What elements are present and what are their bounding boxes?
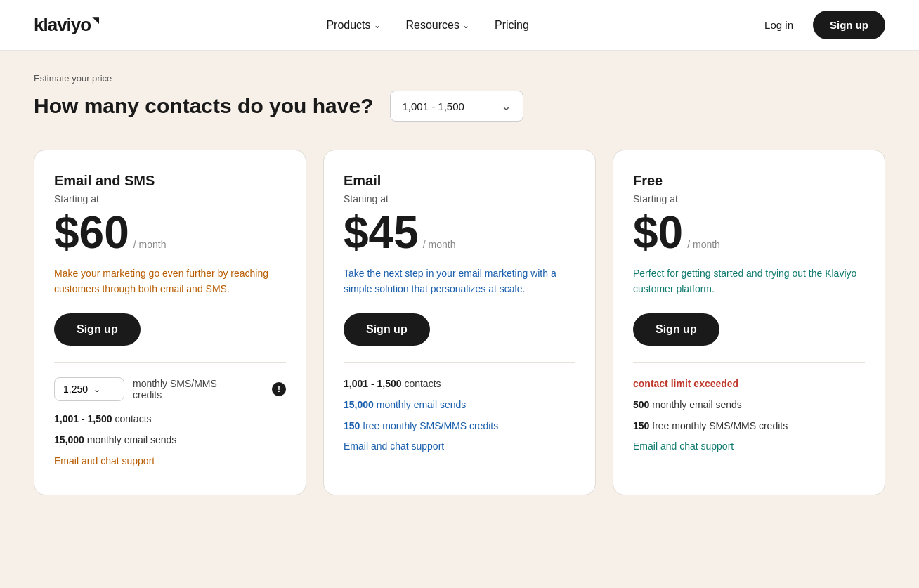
card-email-price-row: $45 / month — [344, 210, 575, 255]
card-email-divider — [344, 362, 575, 363]
card-free-description: Perfect for getting started and trying o… — [633, 266, 865, 296]
card-free-price-row: $0 / month — [633, 210, 865, 255]
card-free-signup-button[interactable]: Sign up — [633, 313, 719, 346]
card-free-starting-at: Starting at — [633, 193, 865, 204]
card-free-price: $0 — [633, 210, 683, 255]
contacts-row: How many contacts do you have? 1,001 - 1… — [34, 91, 885, 122]
nav-resources[interactable]: Resources ⌄ — [406, 19, 469, 32]
card-email-sms-price: $60 — [54, 210, 129, 255]
sms-info-icon[interactable]: ! — [272, 382, 286, 396]
feature-support[interactable]: Email and chat support — [54, 455, 286, 469]
pricing-cards-grid: Email and SMS Starting at $60 / month Ma… — [34, 150, 885, 495]
nav-actions: Log in Sign up — [756, 11, 885, 39]
card-email-price: $45 — [344, 210, 419, 255]
card-email-sms-per-month: / month — [133, 239, 167, 250]
card-email-description: Take the next step in your email marketi… — [344, 266, 575, 296]
sms-credits-value: 1,250 — [63, 384, 88, 395]
card-email-per-month: / month — [423, 239, 456, 250]
sms-credits-chevron-icon: ⌄ — [93, 384, 100, 394]
contacts-select-value: 1,001 - 1,500 — [402, 100, 464, 112]
main-content: Estimate your price How many contacts do… — [0, 51, 919, 588]
card-email-sms-starting-at: Starting at — [54, 193, 286, 204]
feature-contacts: 1,001 - 1,500 contacts — [54, 412, 286, 426]
feature-email-support[interactable]: Email and chat support — [344, 440, 575, 454]
card-email-sms: Email and SMS Starting at $60 / month Ma… — [34, 150, 306, 495]
products-chevron-icon: ⌄ — [374, 20, 381, 30]
feature-free-support[interactable]: Email and chat support — [633, 440, 865, 454]
feature-email-sends: 15,000 monthly email sends — [54, 433, 286, 447]
card-email-signup-button[interactable]: Sign up — [344, 313, 430, 346]
card-email: Email Starting at $45 / month Take the n… — [323, 150, 596, 495]
card-free-per-month: / month — [687, 239, 720, 250]
card-email-title: Email — [344, 173, 575, 189]
sms-label: monthly SMS/MMScredits — [133, 378, 263, 400]
resources-chevron-icon: ⌄ — [462, 20, 469, 30]
contacts-select[interactable]: 1,001 - 1,500 ⌄ — [390, 91, 523, 122]
card-email-sms-title: Email and SMS — [54, 173, 286, 189]
card-free: Free Starting at $0 / month Perfect for … — [613, 150, 885, 495]
sms-selector-row: 1,250 ⌄ monthly SMS/MMScredits ! — [54, 377, 286, 401]
signup-button-nav[interactable]: Sign up — [813, 11, 885, 39]
sms-credits-select[interactable]: 1,250 ⌄ — [54, 377, 124, 401]
nav-pricing[interactable]: Pricing — [495, 19, 529, 32]
feature-email-sms-credits: 150 free monthly SMS/MMS credits — [344, 419, 575, 433]
card-free-title: Free — [633, 173, 865, 189]
feature-free-sms-credits: 150 free monthly SMS/MMS credits — [633, 419, 865, 433]
card-email-sms-signup-button[interactable]: Sign up — [54, 313, 141, 346]
nav-products[interactable]: Products ⌄ — [326, 19, 380, 32]
card-email-sms-divider — [54, 362, 286, 363]
feature-email-sends: 15,000 monthly email sends — [344, 398, 575, 412]
contacts-question: How many contacts do you have? — [34, 94, 373, 118]
feature-contact-limit: contact limit exceeded — [633, 377, 865, 391]
card-email-sms-description: Make your marketing go even further by r… — [54, 266, 286, 296]
feature-free-email-sends: 500 monthly email sends — [633, 398, 865, 412]
feature-email-contacts: 1,001 - 1,500 contacts — [344, 377, 575, 391]
estimate-label: Estimate your price — [34, 73, 885, 84]
contacts-select-chevron-icon: ⌄ — [501, 98, 511, 114]
navbar: klaviyo Products ⌄ Resources ⌄ Pricing L… — [0, 0, 919, 51]
card-email-sms-price-row: $60 / month — [54, 210, 286, 255]
nav-links: Products ⌄ Resources ⌄ Pricing — [326, 19, 529, 32]
card-email-starting-at: Starting at — [344, 193, 575, 204]
login-button[interactable]: Log in — [756, 13, 802, 37]
logo-mark — [92, 17, 99, 24]
card-free-divider — [633, 362, 865, 363]
logo: klaviyo — [34, 14, 99, 36]
